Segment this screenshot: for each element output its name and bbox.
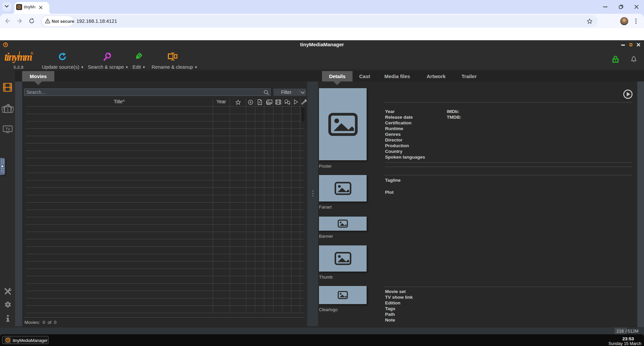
svg-text:TV: TV: [5, 127, 10, 131]
svg-text:1: 1: [7, 108, 9, 112]
